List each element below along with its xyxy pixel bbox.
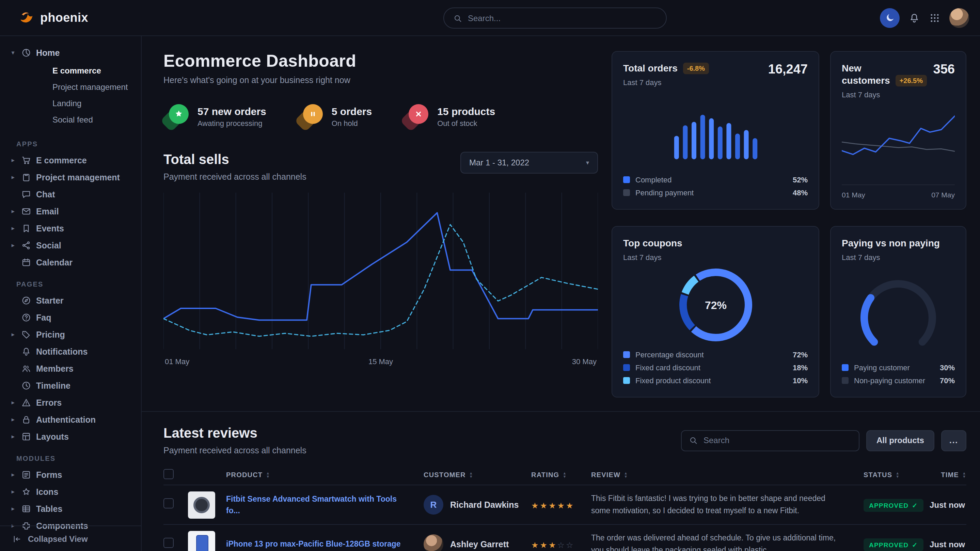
new-customers-card: New customers+26.5% Last 7 days 356 01 M… <box>830 51 966 210</box>
reviews-title: Latest reviews <box>164 426 307 441</box>
layout-icon <box>21 432 31 442</box>
sidebar-item-pricing[interactable]: ▸Pricing <box>0 326 141 343</box>
column-header-product[interactable]: PRODUCT▲▼ <box>226 471 423 479</box>
new-customers-x-axis: 01 May 07 May <box>842 184 955 199</box>
sidebar-item-timeline[interactable]: Timeline <box>0 377 141 394</box>
dark-mode-toggle[interactable] <box>880 8 900 27</box>
main-content: Ecommerce Dashboard Here's what's going … <box>142 36 980 551</box>
phoenix-ecommerce-dashboard: phoenix ▾HomeE commerceProject managemen… <box>0 0 980 551</box>
chat-icon <box>21 189 31 199</box>
sidebar-item-project-management[interactable]: Project management <box>0 79 141 95</box>
legend-item-completed: Completed52% <box>623 173 808 186</box>
product-link[interactable]: Fitbit Sense Advanced Smartwatch with To… <box>226 494 423 516</box>
sidebar-item-authentication[interactable]: ▸Authentication <box>0 411 141 428</box>
topbar-actions <box>880 8 969 27</box>
sort-icon[interactable]: ▲▼ <box>563 472 566 478</box>
sort-icon[interactable]: ▲▼ <box>469 472 473 478</box>
sidebar-item-email[interactable]: ▸Email <box>0 203 141 220</box>
clock-icon <box>21 381 31 391</box>
legend-item-fixed-card-discount: Fixed card discount18% <box>623 361 808 374</box>
row-checkbox[interactable] <box>164 498 173 508</box>
stat-on-hold: 5 ordersOn hold <box>298 104 372 129</box>
apps-grid-button[interactable] <box>929 12 940 24</box>
sidebar-item-calendar[interactable]: Calendar <box>0 254 141 271</box>
review-text: The order was delivered ahead of schedul… <box>591 533 864 551</box>
star-icon <box>21 487 31 497</box>
sidebar-item-project-management[interactable]: ▸Project management <box>0 169 141 186</box>
sidebar-item-home[interactable]: ▾Home <box>0 44 141 61</box>
select-all-checkbox[interactable] <box>164 469 173 479</box>
legend-item-non-paying-customer: Non-paying customer70% <box>842 374 955 387</box>
sidebar-item-chat[interactable]: Chat <box>0 186 141 203</box>
column-header-rating[interactable]: RATING▲▼ <box>531 471 591 479</box>
sidebar-item-layouts[interactable]: ▸Layouts <box>0 428 141 445</box>
sidebar-item-social[interactable]: ▸Social <box>0 237 141 254</box>
page-subtitle: Here's what's going on at your business … <box>164 76 598 85</box>
date-range-select[interactable]: Mar 1 - 31, 2022 ▾ <box>460 152 598 173</box>
reviews-search[interactable] <box>681 430 859 451</box>
chevron-right-icon: ▸ <box>10 225 16 232</box>
column-header-status[interactable]: STATUS▲▼ <box>864 471 929 479</box>
column-header-time[interactable]: TIME▲▼ <box>929 471 966 479</box>
chevron-right-icon: ▸ <box>10 400 16 406</box>
topbar: phoenix <box>0 0 980 36</box>
sort-icon[interactable]: ▲▼ <box>624 472 628 478</box>
customer-avatar: R <box>423 495 443 514</box>
table-row[interactable]: iPhone 13 pro max-Pacific Blue-128GB sto… <box>164 525 966 551</box>
notifications-button[interactable] <box>908 12 920 24</box>
global-search[interactable] <box>443 8 667 29</box>
sidebar-item-tables[interactable]: ▸Tables <box>0 500 141 517</box>
status-badge: APPROVED✓ <box>864 499 923 511</box>
collapse-sidebar-button[interactable]: Collapsed View <box>0 526 141 551</box>
sidebar-item-errors[interactable]: ▸Errors <box>0 394 141 411</box>
phoenix-logo-icon <box>18 8 35 27</box>
date-range-value: Mar 1 - 31, 2022 <box>469 158 529 167</box>
sidebar-item-notifications[interactable]: Notifications <box>0 343 141 360</box>
total-orders-card: Total orders-6.8% Last 7 days 16,247 Com… <box>612 51 819 210</box>
quick-stats: 57 new ordersAwating processing5 ordersO… <box>164 104 598 129</box>
chevron-right-icon: ▸ <box>10 332 16 338</box>
sidebar-item-members[interactable]: Members <box>0 360 141 377</box>
sidebar-item-landing[interactable]: Landing <box>0 95 141 112</box>
change-badge: -6.8% <box>683 63 709 74</box>
search-input[interactable] <box>468 13 657 23</box>
sidebar-item-starter[interactable]: Starter <box>0 292 141 309</box>
latest-reviews-section: Latest reviews Payment received across a… <box>142 412 980 551</box>
top-coupons-card: Top coupons Last 7 days 72% Percentage d… <box>612 226 819 397</box>
paying-gauge-chart <box>842 261 955 361</box>
sidebar-item-forms[interactable]: ▸Forms <box>0 466 141 483</box>
product-link[interactable]: iPhone 13 pro max-Pacific Blue-128GB sto… <box>226 539 423 549</box>
column-header-review[interactable]: REVIEW▲▼ <box>591 471 864 479</box>
more-options-button[interactable]: ... <box>941 430 966 451</box>
sidebar-item-icons[interactable]: ▸Icons <box>0 483 141 500</box>
chevron-right-icon: ▸ <box>10 489 16 495</box>
stat-value: 57 new orders <box>197 105 266 117</box>
nine-dots-grid-icon <box>929 12 940 24</box>
chevron-right-icon: ▸ <box>10 472 16 478</box>
chevron-right-icon: ▸ <box>10 506 16 512</box>
reviews-search-input[interactable] <box>703 436 852 445</box>
table-row[interactable]: Fitbit Sense Advanced Smartwatch with To… <box>164 485 966 525</box>
sort-icon[interactable]: ▲▼ <box>896 472 900 478</box>
stat-out-of-stock: 15 productsOut of stock <box>403 104 495 129</box>
user-avatar[interactable] <box>949 8 969 27</box>
sidebar-item-e-commerce[interactable]: E commerce <box>0 63 141 79</box>
card-period: Last 7 days <box>623 253 808 261</box>
card-period: Last 7 days <box>842 91 933 99</box>
sidebar-item-events[interactable]: ▸Events <box>0 220 141 237</box>
sidebar-item-social-feed[interactable]: Social feed <box>0 112 141 128</box>
all-products-filter-button[interactable]: All products <box>866 430 934 451</box>
column-header-customer[interactable]: CUSTOMER▲▼ <box>423 471 531 479</box>
sidebar-item-faq[interactable]: Faq <box>0 309 141 326</box>
brand-logo[interactable]: phoenix <box>18 8 88 27</box>
sort-icon[interactable]: ▲▼ <box>962 472 966 478</box>
legend-item-percentage-discount: Percentage discount72% <box>623 348 808 361</box>
sidebar-item-e-commerce[interactable]: ▸E commerce <box>0 152 141 169</box>
sort-icon[interactable]: ▲▼ <box>266 472 270 478</box>
stat-caption: Awating processing <box>197 119 266 127</box>
row-checkbox[interactable] <box>164 538 173 548</box>
bell-icon <box>21 346 31 357</box>
sidebar-section-modules: MODULES▸Forms▸Icons▸Tables▸Components <box>0 445 141 534</box>
sidebar-section-label: MODULES <box>0 445 141 466</box>
mail-icon <box>21 206 31 216</box>
